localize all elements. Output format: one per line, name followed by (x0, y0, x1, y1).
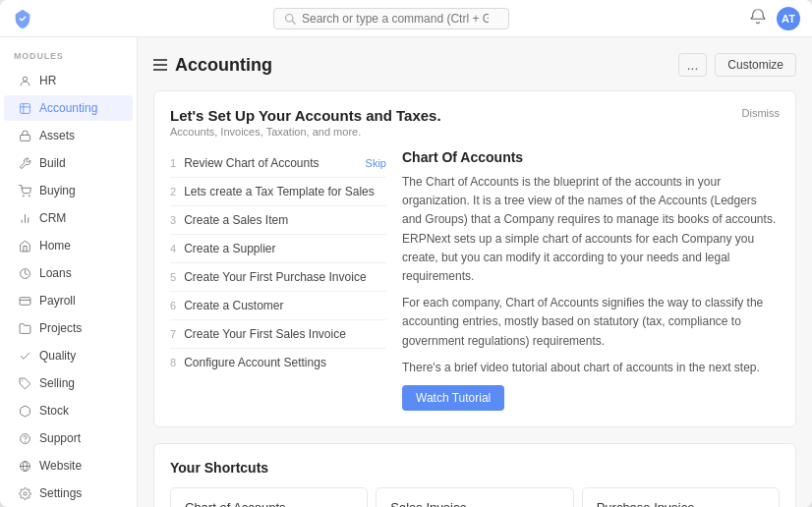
step-text: Create a Customer (184, 299, 386, 312)
sidebar-item-label: Website (39, 459, 82, 473)
sidebar-item-payroll[interactable]: Payroll (4, 288, 133, 313)
detail-para-3: There's a brief video tutorial about cha… (402, 359, 780, 377)
setup-title: Let's Set Up Your Accounts and Taxes. (170, 107, 441, 124)
sidebar-item-label: Build (39, 156, 66, 170)
skip-button[interactable]: Skip (366, 157, 386, 169)
svg-point-16 (20, 433, 29, 443)
step-text: Create Your First Sales Invoice (184, 327, 386, 341)
page-title: Accounting (175, 55, 272, 76)
step-text: Configure Account Settings (184, 356, 386, 369)
accounting-icon (18, 101, 31, 115)
loans-icon (18, 266, 31, 280)
step-item-7[interactable]: 7 Create Your First Sales Invoice (170, 320, 386, 349)
step-item-6[interactable]: 6 Create a Customer (170, 292, 386, 320)
main-layout: MODULES HR Accounting Assets (0, 37, 812, 507)
setup-card-header: Let's Set Up Your Accounts and Taxes. Ac… (170, 107, 780, 138)
search-bar[interactable] (273, 8, 509, 29)
home-icon (18, 239, 31, 253)
sidebar-item-build[interactable]: Build (4, 150, 133, 176)
logo-icon (12, 8, 33, 29)
topbar-left (12, 8, 33, 29)
payroll-icon (18, 294, 31, 308)
setup-subtitle: Accounts, Invoices, Taxation, and more. (170, 126, 441, 138)
sidebar-item-label: Support (39, 431, 81, 445)
modules-label: MODULES (0, 47, 137, 67)
svg-rect-13 (20, 297, 30, 305)
sidebar-item-label: Home (39, 239, 71, 253)
step-item-2[interactable]: 2 Lets create a Tax Template for Sales (170, 178, 386, 206)
shortcut-purchase-invoice[interactable]: Purchase Invoice (582, 487, 780, 507)
page-title-area: Accounting (153, 55, 272, 76)
step-item-8[interactable]: 8 Configure Account Settings (170, 349, 386, 376)
step-number: 8 (170, 357, 176, 368)
setup-steps: 1 Review Chart of Accounts Skip 2 Lets c… (170, 149, 386, 411)
sidebar-item-label: Quality (39, 349, 76, 363)
shortcut-chart-of-accounts[interactable]: Chart of Accounts (170, 487, 368, 507)
sidebar-item-selling[interactable]: Selling (4, 370, 133, 396)
shortcuts-title: Your Shortcuts (170, 460, 780, 476)
sidebar-item-accounting[interactable]: Accounting (4, 95, 133, 121)
step-text: Review Chart of Accounts (184, 156, 365, 170)
header-actions: ... Customize (678, 53, 796, 77)
svg-rect-3 (20, 103, 29, 113)
setup-detail: Chart Of Accounts The Chart of Accounts … (402, 149, 780, 411)
sidebar-item-quality[interactable]: Quality (4, 343, 133, 368)
step-text: Create Your First Purchase Invoice (184, 270, 386, 284)
step-number: 5 (170, 271, 176, 283)
step-item-5[interactable]: 5 Create Your First Purchase Invoice (170, 263, 386, 292)
step-text: Lets create a Tax Template for Sales (184, 185, 386, 198)
sidebar-item-projects[interactable]: Projects (4, 315, 133, 341)
sidebar-item-home[interactable]: Home (4, 233, 133, 258)
website-icon (18, 459, 31, 473)
svg-line-1 (292, 21, 295, 24)
sidebar-item-label: Loans (39, 266, 72, 280)
step-number: 4 (170, 243, 176, 254)
step-item-4[interactable]: 4 Create a Supplier (170, 235, 386, 263)
topbar-right: AT (749, 7, 800, 30)
sidebar-item-label: Settings (39, 486, 82, 500)
sidebar-item-website[interactable]: Website (4, 453, 133, 479)
sidebar-item-crm[interactable]: CRM (4, 205, 133, 231)
svg-point-20 (23, 491, 26, 494)
detail-title: Chart Of Accounts (402, 149, 780, 165)
sidebar-item-label: CRM (39, 211, 66, 225)
projects-icon (18, 321, 31, 335)
watch-tutorial-button[interactable]: Watch Tutorial (402, 385, 504, 411)
step-text: Create a Sales Item (184, 213, 386, 227)
sidebar-item-label: Selling (39, 376, 75, 390)
hamburger-menu[interactable] (153, 59, 167, 71)
sidebar-item-loans[interactable]: Loans (4, 260, 133, 286)
more-options-button[interactable]: ... (678, 53, 708, 77)
sidebar-item-hr[interactable]: HR (4, 68, 133, 93)
step-item-3[interactable]: 3 Create a Sales Item (170, 206, 386, 235)
search-input[interactable] (302, 12, 489, 26)
sidebar-item-label: Stock (39, 404, 69, 418)
sidebar-item-label: HR (39, 74, 56, 87)
setup-card: Let's Set Up Your Accounts and Taxes. Ac… (153, 90, 796, 427)
settings-icon (18, 486, 31, 500)
topbar: AT (0, 0, 812, 37)
sidebar-item-assets[interactable]: Assets (4, 123, 133, 148)
sidebar-item-stock[interactable]: Stock (4, 398, 133, 423)
sidebar-item-settings[interactable]: Settings (4, 480, 133, 506)
svg-rect-6 (20, 135, 29, 141)
svg-point-8 (29, 195, 29, 196)
step-item-1[interactable]: 1 Review Chart of Accounts Skip (170, 149, 386, 178)
notification-icon[interactable] (749, 8, 767, 29)
dismiss-button[interactable]: Dismiss (742, 107, 781, 119)
shortcut-sales-invoice[interactable]: Sales Invoice (376, 487, 573, 507)
content-header: Accounting ... Customize (153, 53, 796, 77)
buying-icon (18, 184, 31, 197)
setup-content: 1 Review Chart of Accounts Skip 2 Lets c… (170, 149, 780, 411)
sidebar-item-buying[interactable]: Buying (4, 178, 133, 203)
sidebar-item-support[interactable]: Support (4, 425, 133, 451)
svg-point-7 (23, 195, 24, 196)
shortcuts-section: Your Shortcuts Chart of Accounts Sales I… (153, 443, 796, 507)
build-icon (18, 156, 31, 170)
customize-button[interactable]: Customize (715, 53, 796, 77)
sidebar-item-label: Buying (39, 184, 76, 197)
step-number: 7 (170, 328, 176, 340)
svg-point-2 (23, 77, 27, 81)
user-avatar[interactable]: AT (777, 7, 800, 30)
step-number: 3 (170, 214, 176, 226)
